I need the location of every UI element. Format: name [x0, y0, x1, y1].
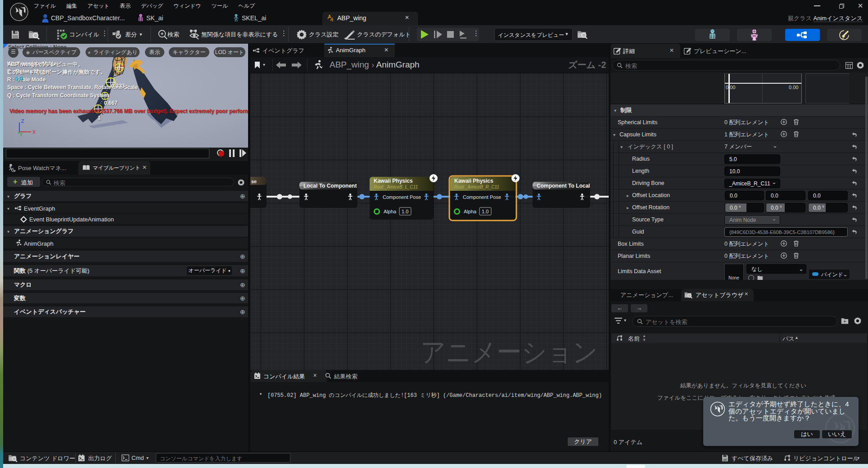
svg-text:Alpha: Alpha [464, 209, 477, 214]
svg-text:Z: Z [21, 118, 24, 124]
svg-text:Alpha: Alpha [384, 209, 397, 214]
svg-text:1.0: 1.0 [482, 209, 488, 214]
svg-text:Root:_AmiceB_R_C11: Root:_AmiceB_R_C11 [454, 184, 499, 189]
svg-text:Y: Y [19, 132, 23, 137]
svg-text:Root:_AmiceB_L_C11: Root:_AmiceB_L_C11 [374, 184, 418, 189]
svg-text:Kawaii Physics: Kawaii Physics [374, 178, 413, 184]
svg-text:Component To Local: Component To Local [537, 183, 590, 189]
svg-text:se: se [251, 179, 257, 184]
svg-text:Component Pose: Component Pose [463, 194, 501, 200]
svg-text:Component Pose: Component Pose [383, 194, 421, 200]
svg-text:Local To Component: Local To Component [303, 183, 357, 189]
svg-text:X: X [32, 129, 36, 135]
svg-text:アニメーション: アニメーション [420, 337, 598, 367]
svg-text:1.0: 1.0 [402, 209, 408, 214]
svg-text:Kawaii Physics: Kawaii Physics [454, 178, 493, 184]
